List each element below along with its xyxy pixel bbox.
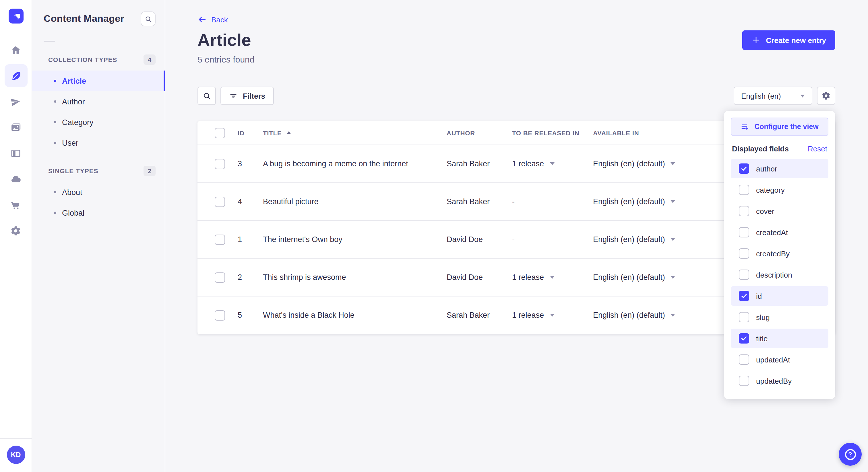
subnav-item-label: Global bbox=[62, 208, 84, 217]
back-arrow-icon bbox=[197, 15, 207, 24]
chevron-down-icon[interactable] bbox=[671, 200, 675, 203]
field-toggle-row[interactable]: description bbox=[731, 265, 828, 284]
gear-icon bbox=[822, 91, 831, 100]
layout-icon[interactable] bbox=[4, 142, 27, 165]
sort-ascending-icon bbox=[286, 131, 291, 134]
field-checkbox[interactable] bbox=[739, 248, 749, 259]
filters-label: Filters bbox=[243, 92, 265, 100]
subnav-item-label: Article bbox=[62, 76, 86, 85]
cell-id: 3 bbox=[238, 160, 263, 168]
chevron-down-icon[interactable] bbox=[671, 314, 675, 316]
view-settings-button[interactable] bbox=[817, 87, 835, 105]
chevron-down-icon[interactable] bbox=[550, 162, 554, 165]
chevron-down-icon bbox=[800, 94, 805, 97]
check-icon bbox=[741, 165, 747, 172]
subnav-item[interactable]: User bbox=[32, 133, 165, 153]
search-button[interactable] bbox=[197, 87, 216, 105]
field-checkbox[interactable] bbox=[739, 376, 749, 386]
column-header-released[interactable]: TO BE RELEASED IN bbox=[512, 129, 593, 136]
field-label: description bbox=[756, 270, 792, 279]
field-toggle-row[interactable]: title bbox=[731, 329, 828, 348]
images-icon[interactable] bbox=[4, 116, 27, 139]
field-checkbox[interactable] bbox=[739, 227, 749, 237]
select-all-checkbox[interactable] bbox=[215, 128, 225, 138]
field-toggle-row[interactable]: author bbox=[731, 159, 828, 178]
field-label: updatedBy bbox=[756, 376, 792, 385]
field-toggle-row[interactable]: updatedBy bbox=[731, 371, 828, 391]
field-checkbox[interactable] bbox=[739, 291, 749, 301]
collection-types-list: Article Author Category User bbox=[32, 71, 165, 153]
cell-id: 4 bbox=[238, 197, 263, 206]
locale-value: English (en) bbox=[741, 92, 781, 100]
displayed-fields-title: Displayed fields bbox=[732, 144, 789, 153]
plus-icon bbox=[751, 36, 761, 45]
field-toggle-row[interactable]: createdBy bbox=[731, 244, 828, 263]
search-button[interactable] bbox=[141, 11, 156, 26]
gear-icon[interactable] bbox=[4, 219, 27, 242]
chevron-down-icon[interactable] bbox=[550, 276, 554, 279]
cell-title: A bug is becoming a meme on the internet bbox=[263, 160, 446, 168]
chevron-down-icon[interactable] bbox=[671, 276, 675, 279]
field-checkbox[interactable] bbox=[739, 185, 749, 195]
field-checkbox[interactable] bbox=[739, 333, 749, 343]
subnav-item[interactable]: About bbox=[32, 182, 165, 202]
subnav-item-label: Category bbox=[62, 118, 94, 127]
cell-released: - bbox=[512, 235, 593, 244]
field-toggle-row[interactable]: slug bbox=[731, 307, 828, 327]
list-plus-icon bbox=[741, 123, 749, 131]
field-checkbox[interactable] bbox=[739, 270, 749, 280]
row-checkbox[interactable] bbox=[215, 272, 225, 282]
field-toggle-row[interactable]: category bbox=[731, 180, 828, 200]
cloud-icon[interactable] bbox=[4, 167, 27, 191]
strapi-logo-icon[interactable] bbox=[8, 9, 23, 24]
cell-author: Sarah Baker bbox=[446, 197, 512, 206]
check-icon bbox=[741, 293, 747, 299]
cart-icon[interactable] bbox=[4, 193, 27, 216]
field-toggle-row[interactable]: id bbox=[731, 286, 828, 306]
subnav-item[interactable]: Article bbox=[32, 71, 165, 91]
subnav-item[interactable]: Global bbox=[32, 202, 165, 223]
chevron-down-icon[interactable] bbox=[671, 162, 675, 165]
row-checkbox[interactable] bbox=[215, 159, 225, 169]
subnav-item[interactable]: Category bbox=[32, 112, 165, 133]
field-toggle-row[interactable]: createdAt bbox=[731, 223, 828, 242]
help-button[interactable]: ? bbox=[839, 443, 862, 466]
subnav: Content Manager COLLECTION TYPES 4 Artic… bbox=[32, 0, 165, 472]
back-link[interactable]: Back bbox=[197, 0, 228, 24]
bullet-icon bbox=[54, 100, 56, 103]
field-checkbox[interactable] bbox=[739, 206, 749, 216]
field-toggle-row[interactable]: updatedAt bbox=[731, 350, 828, 369]
subnav-item[interactable]: Author bbox=[32, 91, 165, 112]
bullet-icon bbox=[54, 80, 56, 82]
cell-title: The internet's Own boy bbox=[263, 235, 446, 244]
field-label: id bbox=[756, 292, 762, 300]
subnav-title: Content Manager bbox=[43, 13, 124, 25]
column-header-title[interactable]: TITLE bbox=[263, 129, 446, 136]
filters-button[interactable]: Filters bbox=[220, 87, 274, 105]
field-checkbox[interactable] bbox=[739, 355, 749, 365]
row-checkbox[interactable] bbox=[215, 196, 225, 207]
home-icon[interactable] bbox=[4, 38, 27, 61]
user-avatar[interactable]: KD bbox=[7, 446, 25, 464]
cell-id: 2 bbox=[238, 273, 263, 281]
feather-icon[interactable] bbox=[4, 64, 27, 87]
icon-rail: KD bbox=[0, 0, 32, 472]
field-label: author bbox=[756, 164, 777, 173]
field-toggle-row[interactable]: cover bbox=[731, 201, 828, 221]
chevron-down-icon[interactable] bbox=[550, 314, 554, 316]
configure-view-button[interactable]: Configure the view bbox=[731, 117, 828, 136]
field-checkbox[interactable] bbox=[739, 164, 749, 174]
collection-types-section: COLLECTION TYPES 4 Article Author Catego… bbox=[32, 55, 165, 153]
field-checkbox[interactable] bbox=[739, 312, 749, 322]
row-checkbox[interactable] bbox=[215, 310, 225, 320]
row-checkbox[interactable] bbox=[215, 234, 225, 245]
chevron-down-icon[interactable] bbox=[671, 238, 675, 241]
paper-plane-icon[interactable] bbox=[4, 90, 27, 113]
single-types-list: About Global bbox=[32, 182, 165, 223]
column-header-author[interactable]: AUTHOR bbox=[446, 129, 512, 136]
column-header-id[interactable]: ID bbox=[238, 129, 263, 136]
locale-select[interactable]: English (en) bbox=[734, 87, 812, 105]
view-settings-popover: Configure the view Displayed fields Rese… bbox=[724, 111, 835, 399]
create-new-entry-button[interactable]: Create new entry bbox=[742, 30, 835, 50]
reset-link[interactable]: Reset bbox=[808, 144, 827, 153]
